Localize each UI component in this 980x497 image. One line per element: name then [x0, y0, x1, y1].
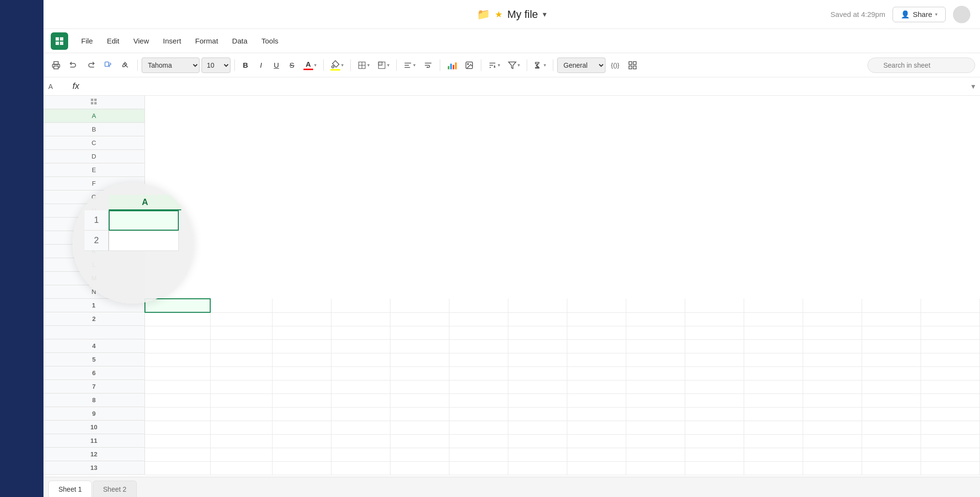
cell-L4[interactable] [803, 339, 862, 353]
cell-B8[interactable] [210, 394, 273, 407]
cell-E4[interactable] [390, 339, 449, 353]
cell-B11[interactable] [210, 434, 273, 448]
font-select[interactable]: Tahoma [142, 58, 200, 73]
cell-B9[interactable] [210, 407, 273, 421]
cell-M6[interactable] [862, 366, 921, 380]
cell-E5[interactable] [390, 353, 449, 366]
cell-J7[interactable] [685, 380, 744, 394]
cell-L2[interactable] [803, 312, 862, 326]
cell-K6[interactable] [744, 366, 803, 380]
search-sheet-input[interactable] [867, 58, 975, 73]
redo-button[interactable] [83, 58, 99, 73]
cell-C6[interactable] [273, 366, 331, 380]
cell-G11[interactable] [508, 434, 567, 448]
cell-K5[interactable] [744, 353, 803, 366]
cell-G10[interactable] [508, 421, 567, 434]
menu-insert[interactable]: Insert [157, 34, 187, 48]
cell-J10[interactable] [685, 421, 744, 434]
cell-D12[interactable] [331, 448, 390, 461]
merge-button[interactable]: ▾ [375, 59, 392, 72]
cell-G2[interactable] [508, 312, 567, 326]
cell-K4[interactable] [744, 339, 803, 353]
cell-N7[interactable] [921, 380, 980, 394]
cell-I12[interactable] [626, 448, 685, 461]
cell-B10[interactable] [210, 421, 273, 434]
corner-header[interactable] [43, 96, 145, 109]
cell-H12[interactable] [567, 448, 626, 461]
cell-F2[interactable] [449, 312, 508, 326]
cell-L6[interactable] [803, 366, 862, 380]
cell-A2[interactable] [145, 312, 211, 326]
cell-A12[interactable] [145, 448, 211, 461]
cell-L8[interactable] [803, 394, 862, 407]
italic-button[interactable]: I [254, 58, 268, 72]
cell-H2[interactable] [567, 312, 626, 326]
cell-K3[interactable] [744, 326, 803, 339]
sheet-tab-1[interactable]: Sheet 1 [48, 481, 92, 497]
cell-F7[interactable] [449, 380, 508, 394]
cell-H9[interactable] [567, 407, 626, 421]
cell-J5[interactable] [685, 353, 744, 366]
cell-A1[interactable] [145, 299, 211, 312]
cell-C8[interactable] [273, 394, 331, 407]
cell-N9[interactable] [921, 407, 980, 421]
cell-B5[interactable] [210, 353, 273, 366]
cell-B6[interactable] [210, 366, 273, 380]
row-header-11[interactable]: 11 [43, 434, 145, 448]
cell-B12[interactable] [210, 448, 273, 461]
cell-J6[interactable] [685, 366, 744, 380]
row-header-2[interactable]: 2 [43, 312, 145, 326]
cell-E13[interactable] [390, 461, 449, 475]
cell-F4[interactable] [449, 339, 508, 353]
cell-L1[interactable] [803, 299, 862, 312]
row-header-4[interactable]: 4 [43, 339, 145, 353]
col-header-B[interactable]: B [43, 123, 145, 136]
cell-E1[interactable] [390, 299, 449, 312]
cell-E3[interactable] [390, 326, 449, 339]
star-icon[interactable]: ★ [495, 9, 503, 20]
share-button[interactable]: 👤 Share ▾ [893, 7, 946, 22]
row-header-5[interactable]: 5 [43, 353, 145, 366]
cell-N6[interactable] [921, 366, 980, 380]
cell-H6[interactable] [567, 366, 626, 380]
cell-C12[interactable] [273, 448, 331, 461]
cell-M2[interactable] [862, 312, 921, 326]
row-header-10[interactable]: 10 [43, 421, 145, 434]
borders-button[interactable]: ▾ [355, 59, 373, 72]
cell-D8[interactable] [331, 394, 390, 407]
cell-A8[interactable] [145, 394, 211, 407]
cell-B3[interactable] [210, 326, 273, 339]
cell-K10[interactable] [744, 421, 803, 434]
cell-C2[interactable] [273, 312, 331, 326]
underline-button[interactable]: U [270, 58, 283, 72]
cell-C11[interactable] [273, 434, 331, 448]
cell-M3[interactable] [862, 326, 921, 339]
cell-D9[interactable] [331, 407, 390, 421]
cell-L11[interactable] [803, 434, 862, 448]
cell-B13[interactable] [210, 461, 273, 475]
cell-K13[interactable] [744, 461, 803, 475]
cell-G3[interactable] [508, 326, 567, 339]
cell-K9[interactable] [744, 407, 803, 421]
cell-M5[interactable] [862, 353, 921, 366]
cell-D3[interactable] [331, 326, 390, 339]
cell-C5[interactable] [273, 353, 331, 366]
cell-K8[interactable] [744, 394, 803, 407]
cell-G8[interactable] [508, 394, 567, 407]
strikethrough-button[interactable]: S [285, 58, 299, 72]
insert-image-button[interactable] [461, 58, 477, 73]
cell-M7[interactable] [862, 380, 921, 394]
cell-H4[interactable] [567, 339, 626, 353]
cell-B4[interactable] [210, 339, 273, 353]
cell-K7[interactable] [744, 380, 803, 394]
cell-M10[interactable] [862, 421, 921, 434]
cell-G4[interactable] [508, 339, 567, 353]
cell-F13[interactable] [449, 461, 508, 475]
cell-D10[interactable] [331, 421, 390, 434]
cell-I4[interactable] [626, 339, 685, 353]
cell-I7[interactable] [626, 380, 685, 394]
cell-G5[interactable] [508, 353, 567, 366]
sort-button[interactable]: ▾ [485, 59, 503, 72]
cell-J12[interactable] [685, 448, 744, 461]
cell-J8[interactable] [685, 394, 744, 407]
